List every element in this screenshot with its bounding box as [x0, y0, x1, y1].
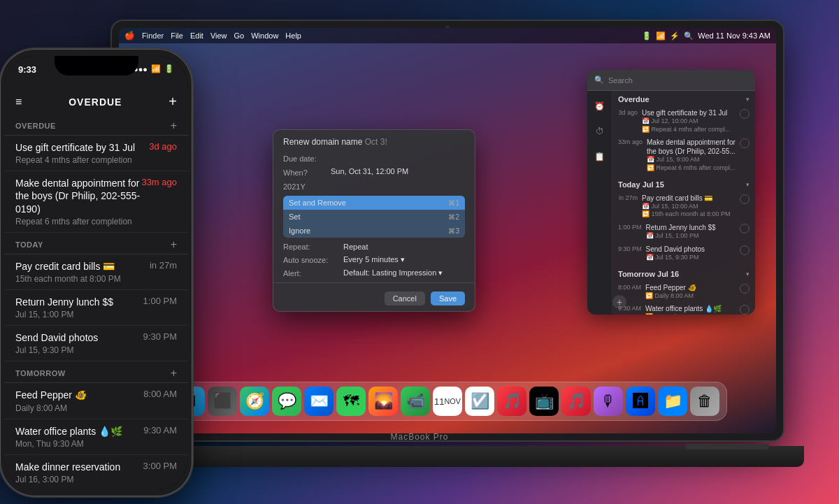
reminder-item[interactable]: Water office plants 💧🌿 Mon, Thu 9:30 AM …: [4, 419, 188, 455]
menubar-go[interactable]: Go: [234, 31, 245, 40]
dock-icon-maps[interactable]: 🗺: [336, 387, 366, 416]
reminder-circle-button[interactable]: [740, 194, 750, 204]
widget-search-bar[interactable]: 🔍 Search: [587, 70, 755, 91]
widget-item-content: Use gift certificate by 31 Jul 📅 Jul 12,…: [642, 108, 736, 134]
macbook-foot-right: [685, 444, 769, 449]
set-option[interactable]: Set ⌘2: [283, 210, 465, 224]
tomorrow-section-title: TOMORROW: [15, 369, 66, 377]
dock-icon-mail[interactable]: ✉️: [304, 387, 334, 416]
reminder-item[interactable]: Feed Pepper 🐠 Daily 8:00 AM 8:00 AM: [4, 383, 188, 419]
search-menu-icon[interactable]: 🔍: [684, 31, 694, 41]
widget-nav-timers[interactable]: ⏱: [591, 123, 608, 140]
option-label: Ignore: [289, 226, 310, 235]
auto-snooze-value[interactable]: Every 5 minutes ▾: [343, 255, 405, 264]
dock-icon-appstore[interactable]: 🅰: [626, 387, 655, 416]
repeat-label: Repeat:: [283, 243, 339, 251]
add-reminder-button[interactable]: +: [168, 94, 177, 110]
reminder-circle-button[interactable]: [740, 284, 750, 294]
widget-item-content: Return Jenny lunch $$ 📅 Jul 15, 1:00 PM: [646, 223, 736, 240]
dialog-divider: [273, 282, 475, 283]
chevron-down-icon[interactable]: ▾: [746, 271, 750, 278]
widget-item[interactable]: 9:30 PM Send David photos 📅 Jul 15, 9:30…: [618, 243, 750, 264]
dock-icon-podcasts[interactable]: 🎙: [594, 387, 623, 416]
menubar-finder[interactable]: Finder: [142, 31, 164, 40]
dock-icon-appletv[interactable]: 📺: [529, 387, 559, 416]
due-date-label: Due date:: [283, 153, 325, 163]
reminder-circle-button[interactable]: [740, 109, 750, 119]
alert-label: Alert:: [283, 269, 339, 278]
option-key: ⌘2: [448, 213, 459, 221]
widget-item-content: Feed Pepper 🐠 🔁 Daily 8:00 AM: [645, 283, 736, 301]
menubar-help[interactable]: Help: [285, 31, 301, 40]
dock-icon-photos[interactable]: 🌄: [368, 387, 398, 416]
reminder-circle-button[interactable]: [740, 224, 750, 233]
reminder-item[interactable]: Pay credit card bills 💳 15th each month …: [4, 254, 188, 290]
iphone-notch: [55, 56, 138, 75]
dock-icon-music[interactable]: 🎵: [561, 387, 591, 416]
chevron-down-icon[interactable]: ▾: [746, 96, 750, 103]
wifi-menu-icon: 📶: [656, 31, 666, 41]
overdue-add-button[interactable]: +: [171, 120, 177, 132]
iphone-time: 9:33: [18, 64, 36, 75]
dialog-buttons: Cancel Save: [273, 286, 475, 311]
widget-nav-logbook[interactable]: 📋: [591, 148, 608, 165]
battery-icon: 🔋: [164, 64, 174, 73]
reminder-item-left: Make dinner reservation Jul 16, 3:00 PM: [15, 461, 142, 484]
widget-item-title: Water office plants 💧🌿: [645, 304, 736, 313]
apple-logo[interactable]: 🍎: [124, 31, 135, 41]
dock-icon-facetime[interactable]: 📹: [401, 387, 430, 416]
cancel-button[interactable]: Cancel: [385, 291, 425, 305]
reminder-item-left: Pay credit card bills 💳 15th each month …: [15, 260, 142, 284]
widget-item[interactable]: 9:30 AM Water office plants 💧🌿 🔁 Mon, Th…: [618, 302, 750, 315]
reminder-circle-button[interactable]: [740, 138, 750, 148]
ignore-option[interactable]: Ignore ⌘3: [283, 224, 465, 238]
reminder-circle-button[interactable]: [740, 245, 750, 255]
menubar-datetime: Wed 11 Nov 9:43 AM: [698, 31, 770, 40]
widget-item[interactable]: 33m ago Make dental appointment for the …: [618, 136, 750, 174]
widget-item-content: Make dental appointment for the boys (Dr…: [647, 138, 736, 172]
menubar-edit[interactable]: Edit: [190, 31, 203, 40]
reminders-header: ≡ OVERDUE +: [4, 87, 188, 114]
widget-item-sub: 📅 Jul 15, 1:00 PM: [646, 232, 736, 240]
wifi-icon: 📶: [151, 64, 161, 73]
due-date-value: Sun, Oct 31, 12:00 PM: [331, 167, 408, 175]
menubar-file[interactable]: File: [171, 31, 183, 40]
set-and-remove-option[interactable]: Set and Remove ⌘1: [283, 196, 465, 210]
chevron-down-icon[interactable]: ▾: [746, 181, 750, 188]
reminder-item[interactable]: Make dental appointment for the boys (Dr…: [4, 171, 188, 233]
widget-item[interactable]: in 27m Pay credit card bills 💳 📅 Jul 15,…: [618, 192, 750, 221]
reminder-item-left: Return Jenny lunch $$ Jul 15, 1:00 PM: [15, 296, 142, 319]
save-button[interactable]: Save: [431, 291, 465, 305]
widget-item-sub: 🔁 Daily 8:00 AM: [645, 292, 736, 301]
hamburger-icon[interactable]: ≡: [15, 96, 22, 108]
widget-item[interactable]: 1:00 PM Return Jenny lunch $$ 📅 Jul 15, …: [618, 221, 750, 243]
widget-item[interactable]: 3d ago Use gift certificate by 31 Jul 📅 …: [618, 106, 750, 136]
reminder-item[interactable]: Send David photos Jul 15, 9:30 PM 9:30 P…: [4, 326, 188, 361]
menubar-view[interactable]: View: [210, 31, 227, 40]
widget-item[interactable]: 8:00 AM Feed Pepper 🐠 🔁 Daily 8:00 AM: [618, 281, 750, 303]
widget-nav-reminders[interactable]: ⏰: [591, 98, 608, 115]
dock-icon-itunes[interactable]: 🎵: [497, 387, 526, 416]
reminders-app: ≡ OVERDUE + OVERDUE + Use gift certifica…: [4, 87, 188, 489]
macbook-device: 🍎 Finder File Edit View Go Window Help 🔋…: [112, 21, 825, 496]
dock-icon-safari[interactable]: 🧭: [240, 387, 269, 416]
dock-icon-launchpad[interactable]: ⬛: [208, 387, 237, 416]
menubar-window[interactable]: Window: [251, 31, 278, 40]
reminders-list-title: OVERDUE: [69, 96, 122, 108]
widget-add-button[interactable]: +: [612, 295, 626, 309]
reminder-item[interactable]: Return Jenny lunch $$ Jul 15, 1:00 PM 1:…: [4, 290, 188, 326]
dock: 🖥 ⬛ 🧭 💬 ✉️ 🗺 🌄 📹 11NOV ☑️ 🎵 📺 🎵 🎙 🅰 📁 🗑: [168, 382, 727, 421]
reminder-item[interactable]: Use gift certificate by 31 Jul Repeat 4 …: [4, 136, 188, 171]
dock-icon-trash[interactable]: 🗑: [690, 387, 719, 416]
dock-icon-files[interactable]: 📁: [658, 387, 687, 416]
reminder-item[interactable]: Make dinner reservation Jul 16, 3:00 PM …: [4, 455, 188, 489]
tomorrow-add-button[interactable]: +: [171, 367, 177, 380]
reminder-circle-button[interactable]: [740, 305, 750, 315]
alert-value[interactable]: Default: Lasting Impression ▾: [343, 268, 443, 278]
reminder-sub: Repeat 6 mths after completion: [15, 217, 141, 226]
dock-icon-reminders[interactable]: ☑️: [465, 387, 494, 416]
today-add-button[interactable]: +: [171, 238, 177, 251]
dock-icon-messages[interactable]: 💬: [272, 387, 301, 416]
widget-item-sub2: 🔁 15th each month at 8:00 PM: [642, 210, 736, 219]
dock-icon-calendar[interactable]: 11NOV: [433, 387, 462, 416]
